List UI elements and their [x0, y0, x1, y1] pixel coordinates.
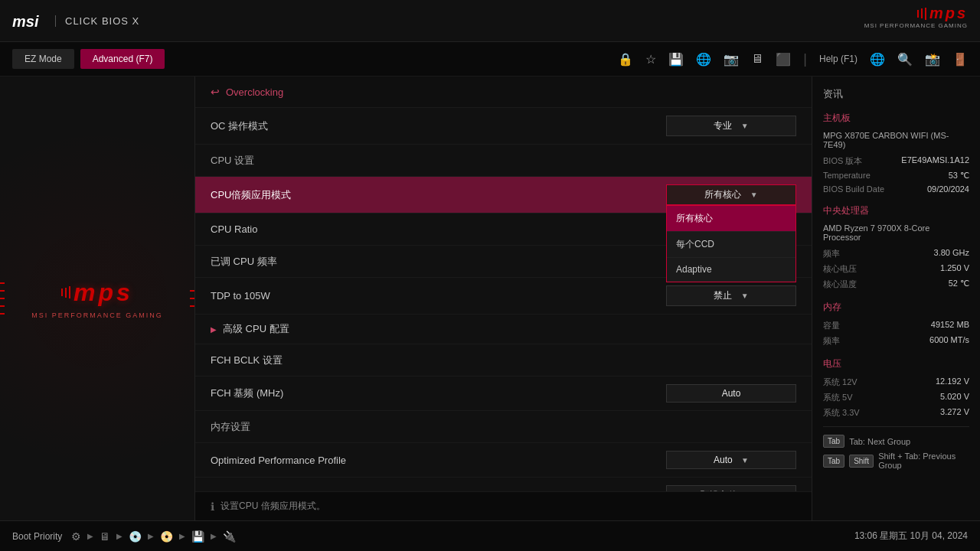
language-icon[interactable]: 🌐 — [870, 52, 885, 67]
v12-label: 系统 12V — [823, 377, 858, 388]
boot-arrow-2: ▶ — [116, 532, 122, 540]
monitor-icon[interactable]: 🖥 — [751, 52, 763, 66]
v33-row: 系统 3.3V 3.272 V — [823, 407, 969, 419]
opt-perf-row: Optimized Performance Profile Auto ▼ — [195, 443, 812, 478]
cpu-voltage-row: 核心电压 1.250 V — [823, 263, 969, 275]
chip-icon[interactable]: ⬛ — [776, 52, 791, 67]
fch-freq-row: FCH 基频 (MHz) Auto — [195, 377, 812, 411]
fch-freq-label: FCH 基频 (MHz) — [211, 386, 283, 400]
exit-icon[interactable]: 🚪 — [952, 52, 968, 67]
boot-arrow-4: ▶ — [179, 532, 185, 540]
breadcrumb-text: Overclocking — [226, 86, 283, 98]
boot-arrow-5: ▶ — [211, 532, 217, 540]
mem-freq-label: 频率 — [823, 335, 840, 347]
info-panel: 资讯 主机板 MPG X870E CARBON WIFI (MS-7E49) B… — [812, 77, 980, 520]
mpg-subtitle: MSI PERFORMANCE GAMING — [864, 22, 968, 29]
cpu-ratio-mode-label: CPU倍频应用模式 — [211, 188, 291, 202]
main-layout: mps MSI PERFORMANCE GAMING ↩ Overclockin… — [0, 77, 980, 520]
opt-perf-arrow: ▼ — [741, 456, 749, 465]
boot-icon-3[interactable]: 💿 — [129, 530, 142, 543]
mem-freq-value: 6000 MT/s — [929, 335, 969, 347]
cpu-ratio-mode-row[interactable]: CPU倍频应用模式 所有核心 ▼ 所有核心 每个CCD Adaptive — [195, 177, 812, 214]
mem-size-value: 49152 MB — [931, 320, 969, 331]
cpu-temp-label: 核心温度 — [823, 279, 857, 290]
sidebar: mps MSI PERFORMANCE GAMING — [0, 77, 195, 520]
advanced-cpu-label: 高级 CPU 配置 — [223, 322, 289, 336]
navbar: EZ Mode Advanced (F7) 🔒 ☆ 💾 🌐 📷 🖥 ⬛ | He… — [0, 42, 980, 77]
boot-arrow-1: ▶ — [87, 532, 93, 540]
sidebar-lines-right — [190, 289, 194, 308]
navbar-right: 🔒 ☆ 💾 🌐 📷 🖥 ⬛ | Help (F1) 🌐 🔍 📸 🚪 — [618, 51, 968, 67]
mpg-brand: mps MSI PERFORMANCE GAMING — [864, 5, 968, 29]
temperature-row: Temperature 53 ℃ — [823, 171, 969, 181]
cpu-settings-row: CPU 设置 — [195, 145, 812, 177]
opt-perf-label: Optimized Performance Profile — [211, 455, 346, 466]
boot-icon-5[interactable]: 💾 — [191, 530, 204, 543]
shortcut2-text: Shift + Tab: Previous Group — [878, 452, 969, 470]
tdp-arrow: ▼ — [741, 292, 749, 300]
motherboard-name: MPG X870E CARBON WIFI (MS-7E49) — [823, 131, 969, 149]
fch-bclk-row: FCH BCLK 设置 — [195, 344, 812, 377]
globe-icon[interactable]: 🌐 — [696, 52, 711, 67]
advanced-mode-button[interactable]: Advanced (F7) — [80, 49, 165, 69]
click-bios-title: CLICK BIOS X — [55, 15, 139, 27]
dropdown-option-all-cores[interactable]: 所有核心 — [667, 206, 795, 232]
help-text[interactable]: Help (F1) — [819, 54, 858, 64]
cpu-voltage-value: 1.250 V — [940, 263, 969, 275]
ez-mode-button[interactable]: EZ Mode — [12, 49, 74, 69]
fch-freq-value[interactable]: Auto — [666, 384, 796, 403]
bottom-bar: Boot Priority ⚙ ▶ 🖥 ▶ 💿 ▶ 📀 ▶ 💾 ▶ 🔌 13:0… — [0, 520, 980, 551]
cpu-ratio-dropdown-menu[interactable]: 所有核心 每个CCD Adaptive — [666, 205, 796, 282]
cpu-settings-label: CPU 设置 — [211, 154, 254, 168]
boot-icon-2[interactable]: 🖥 — [100, 530, 110, 543]
shortcut2-row: Tab Shift Shift + Tab: Previous Group — [823, 452, 969, 470]
bios-version-label: BIOS 版本 — [823, 155, 862, 167]
v12-value: 12.192 V — [936, 377, 969, 388]
oc-mode-value[interactable]: 专业 ▼ — [666, 116, 796, 136]
boot-icon-4[interactable]: 📀 — [160, 530, 173, 543]
sidebar-lines-left — [0, 281, 5, 316]
hint-area: ℹ 设置CPU 倍频应用模式。 — [195, 491, 812, 520]
star-icon[interactable]: ☆ — [645, 52, 656, 67]
cpu-voltage-label: 核心电压 — [823, 263, 857, 275]
v5-row: 系统 5V 5.020 V — [823, 392, 969, 403]
boot-icon-6[interactable]: 🔌 — [223, 530, 236, 543]
v12-row: 系统 12V 12.192 V — [823, 377, 969, 388]
boot-icons: ⚙ ▶ 🖥 ▶ 💿 ▶ 📀 ▶ 💾 ▶ 🔌 — [71, 530, 236, 543]
shortcut2-tab-key: Tab — [823, 455, 844, 468]
cpu-ratio-label: CPU Ratio — [211, 223, 257, 235]
bios-build-row: BIOS Build Date 09/20/2024 — [823, 184, 969, 194]
cpu-ratio-down-arrow: ▼ — [750, 191, 758, 199]
shortcut1-row: Tab Tab: Next Group — [823, 435, 969, 448]
mpg-lines — [917, 8, 926, 20]
lock-icon[interactable]: 🔒 — [618, 52, 633, 67]
boot-icon-1[interactable]: ⚙ — [71, 530, 81, 543]
tdp-label: TDP to 105W — [211, 290, 270, 302]
msi-logo: msi — [12, 11, 43, 30]
hint-text: 设置CPU 倍频应用模式。 — [220, 500, 325, 513]
dropdown-option-per-ccd[interactable]: 每个CCD — [667, 232, 795, 258]
tdp-value[interactable]: 禁止 ▼ — [666, 285, 796, 306]
dropdown-option-adaptive[interactable]: Adaptive — [667, 258, 795, 282]
oc-mode-label: OC 操作模式 — [211, 119, 268, 133]
v5-label: 系统 5V — [823, 392, 853, 403]
advanced-cpu-row[interactable]: ▶ 高级 CPU 配置 — [195, 315, 812, 344]
cpu-section: 中央处理器 — [823, 204, 969, 217]
camera-icon[interactable]: 📷 — [724, 52, 739, 67]
search-icon[interactable]: 🔍 — [897, 52, 913, 67]
screenshot-icon[interactable]: 📸 — [925, 52, 940, 67]
svg-text:msi: msi — [12, 13, 39, 30]
save-icon[interactable]: 💾 — [668, 52, 684, 67]
v33-value: 3.272 V — [940, 407, 969, 419]
opt-perf-value[interactable]: Auto ▼ — [666, 451, 796, 469]
back-arrow-icon[interactable]: ↩ — [211, 86, 220, 98]
cpu-ratio-mode-value[interactable]: 所有核心 ▼ — [666, 184, 796, 205]
fch-bclk-label: FCH BCLK 设置 — [211, 354, 283, 367]
cpu-ratio-mode-dropdown-container: 所有核心 ▼ 所有核心 每个CCD Adaptive — [666, 184, 796, 205]
cpu-name: AMD Ryzen 7 9700X 8-Core Processor — [823, 223, 969, 242]
boot-priority-label: Boot Priority — [12, 531, 62, 542]
bios-build-label: BIOS Build Date — [823, 184, 884, 194]
boot-priority-area: Boot Priority ⚙ ▶ 🖥 ▶ 💿 ▶ 📀 ▶ 💾 ▶ 🔌 — [12, 530, 236, 543]
temperature-label: Temperature — [823, 171, 871, 181]
cpu-temp-value: 52 ℃ — [949, 279, 969, 290]
